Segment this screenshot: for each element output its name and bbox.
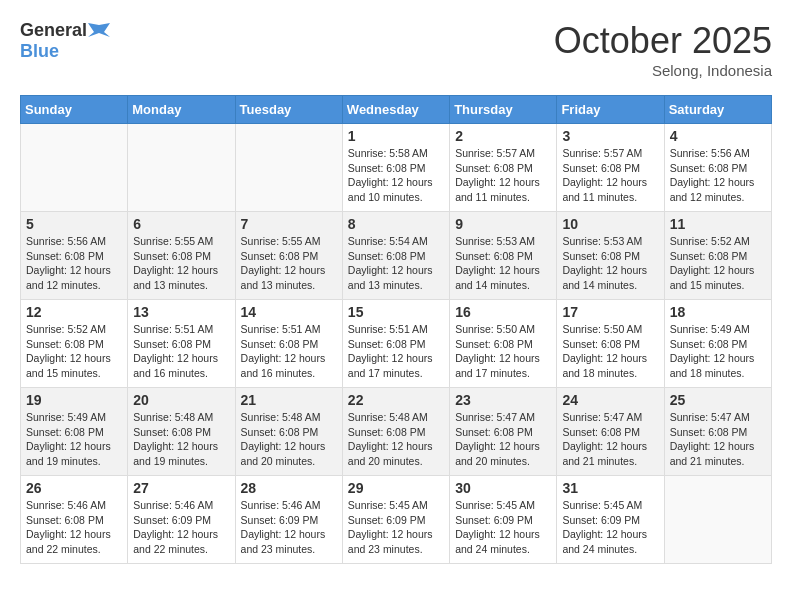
calendar-cell: 19Sunrise: 5:49 AM Sunset: 6:08 PM Dayli… [21, 388, 128, 476]
day-number: 27 [133, 480, 229, 496]
day-info: Sunrise: 5:52 AM Sunset: 6:08 PM Dayligh… [670, 234, 766, 293]
logo: General Blue [20, 20, 111, 62]
day-number: 22 [348, 392, 444, 408]
day-number: 30 [455, 480, 551, 496]
day-number: 12 [26, 304, 122, 320]
day-info: Sunrise: 5:47 AM Sunset: 6:08 PM Dayligh… [562, 410, 658, 469]
day-info: Sunrise: 5:54 AM Sunset: 6:08 PM Dayligh… [348, 234, 444, 293]
day-number: 24 [562, 392, 658, 408]
calendar-week-3: 12Sunrise: 5:52 AM Sunset: 6:08 PM Dayli… [21, 300, 772, 388]
weekday-header-wednesday: Wednesday [342, 96, 449, 124]
calendar-week-1: 1Sunrise: 5:58 AM Sunset: 6:08 PM Daylig… [21, 124, 772, 212]
calendar-cell: 17Sunrise: 5:50 AM Sunset: 6:08 PM Dayli… [557, 300, 664, 388]
calendar-cell: 30Sunrise: 5:45 AM Sunset: 6:09 PM Dayli… [450, 476, 557, 564]
day-info: Sunrise: 5:48 AM Sunset: 6:08 PM Dayligh… [348, 410, 444, 469]
day-info: Sunrise: 5:48 AM Sunset: 6:08 PM Dayligh… [241, 410, 337, 469]
day-number: 6 [133, 216, 229, 232]
logo-bird-icon [88, 23, 110, 41]
day-number: 7 [241, 216, 337, 232]
day-number: 15 [348, 304, 444, 320]
day-info: Sunrise: 5:45 AM Sunset: 6:09 PM Dayligh… [455, 498, 551, 557]
calendar-cell: 5Sunrise: 5:56 AM Sunset: 6:08 PM Daylig… [21, 212, 128, 300]
day-number: 18 [670, 304, 766, 320]
logo-blue: Blue [20, 41, 59, 61]
calendar-cell [128, 124, 235, 212]
day-info: Sunrise: 5:55 AM Sunset: 6:08 PM Dayligh… [241, 234, 337, 293]
day-info: Sunrise: 5:46 AM Sunset: 6:09 PM Dayligh… [133, 498, 229, 557]
svg-marker-0 [88, 23, 110, 37]
day-number: 1 [348, 128, 444, 144]
day-number: 2 [455, 128, 551, 144]
calendar-cell: 24Sunrise: 5:47 AM Sunset: 6:08 PM Dayli… [557, 388, 664, 476]
calendar-cell [664, 476, 771, 564]
logo-general: General [20, 20, 87, 40]
weekday-header-friday: Friday [557, 96, 664, 124]
day-number: 23 [455, 392, 551, 408]
calendar-week-4: 19Sunrise: 5:49 AM Sunset: 6:08 PM Dayli… [21, 388, 772, 476]
calendar-cell: 20Sunrise: 5:48 AM Sunset: 6:08 PM Dayli… [128, 388, 235, 476]
day-info: Sunrise: 5:53 AM Sunset: 6:08 PM Dayligh… [562, 234, 658, 293]
day-number: 25 [670, 392, 766, 408]
calendar-cell: 25Sunrise: 5:47 AM Sunset: 6:08 PM Dayli… [664, 388, 771, 476]
day-number: 8 [348, 216, 444, 232]
weekday-header-monday: Monday [128, 96, 235, 124]
day-number: 31 [562, 480, 658, 496]
calendar-cell: 2Sunrise: 5:57 AM Sunset: 6:08 PM Daylig… [450, 124, 557, 212]
day-info: Sunrise: 5:56 AM Sunset: 6:08 PM Dayligh… [670, 146, 766, 205]
day-info: Sunrise: 5:57 AM Sunset: 6:08 PM Dayligh… [562, 146, 658, 205]
calendar-table: SundayMondayTuesdayWednesdayThursdayFrid… [20, 95, 772, 564]
calendar-cell [21, 124, 128, 212]
calendar-cell: 15Sunrise: 5:51 AM Sunset: 6:08 PM Dayli… [342, 300, 449, 388]
calendar-cell: 29Sunrise: 5:45 AM Sunset: 6:09 PM Dayli… [342, 476, 449, 564]
day-info: Sunrise: 5:53 AM Sunset: 6:08 PM Dayligh… [455, 234, 551, 293]
calendar-cell: 16Sunrise: 5:50 AM Sunset: 6:08 PM Dayli… [450, 300, 557, 388]
calendar-cell: 23Sunrise: 5:47 AM Sunset: 6:08 PM Dayli… [450, 388, 557, 476]
calendar-cell: 28Sunrise: 5:46 AM Sunset: 6:09 PM Dayli… [235, 476, 342, 564]
calendar-cell: 8Sunrise: 5:54 AM Sunset: 6:08 PM Daylig… [342, 212, 449, 300]
calendar-cell: 14Sunrise: 5:51 AM Sunset: 6:08 PM Dayli… [235, 300, 342, 388]
day-info: Sunrise: 5:50 AM Sunset: 6:08 PM Dayligh… [455, 322, 551, 381]
day-number: 21 [241, 392, 337, 408]
calendar-cell: 13Sunrise: 5:51 AM Sunset: 6:08 PM Dayli… [128, 300, 235, 388]
day-info: Sunrise: 5:51 AM Sunset: 6:08 PM Dayligh… [348, 322, 444, 381]
day-info: Sunrise: 5:47 AM Sunset: 6:08 PM Dayligh… [670, 410, 766, 469]
weekday-header-saturday: Saturday [664, 96, 771, 124]
calendar-cell: 22Sunrise: 5:48 AM Sunset: 6:08 PM Dayli… [342, 388, 449, 476]
weekday-header-tuesday: Tuesday [235, 96, 342, 124]
day-info: Sunrise: 5:47 AM Sunset: 6:08 PM Dayligh… [455, 410, 551, 469]
day-number: 14 [241, 304, 337, 320]
day-info: Sunrise: 5:52 AM Sunset: 6:08 PM Dayligh… [26, 322, 122, 381]
day-number: 10 [562, 216, 658, 232]
calendar-cell: 12Sunrise: 5:52 AM Sunset: 6:08 PM Dayli… [21, 300, 128, 388]
day-number: 28 [241, 480, 337, 496]
calendar-cell: 1Sunrise: 5:58 AM Sunset: 6:08 PM Daylig… [342, 124, 449, 212]
calendar-cell: 26Sunrise: 5:46 AM Sunset: 6:08 PM Dayli… [21, 476, 128, 564]
day-info: Sunrise: 5:48 AM Sunset: 6:08 PM Dayligh… [133, 410, 229, 469]
month-title: October 2025 [554, 20, 772, 62]
calendar-cell: 31Sunrise: 5:45 AM Sunset: 6:09 PM Dayli… [557, 476, 664, 564]
day-info: Sunrise: 5:55 AM Sunset: 6:08 PM Dayligh… [133, 234, 229, 293]
weekday-header-thursday: Thursday [450, 96, 557, 124]
calendar-week-2: 5Sunrise: 5:56 AM Sunset: 6:08 PM Daylig… [21, 212, 772, 300]
weekday-header-row: SundayMondayTuesdayWednesdayThursdayFrid… [21, 96, 772, 124]
day-number: 3 [562, 128, 658, 144]
day-info: Sunrise: 5:51 AM Sunset: 6:08 PM Dayligh… [241, 322, 337, 381]
calendar-cell: 6Sunrise: 5:55 AM Sunset: 6:08 PM Daylig… [128, 212, 235, 300]
day-info: Sunrise: 5:51 AM Sunset: 6:08 PM Dayligh… [133, 322, 229, 381]
calendar-cell: 4Sunrise: 5:56 AM Sunset: 6:08 PM Daylig… [664, 124, 771, 212]
page-header: General Blue October 2025 Selong, Indone… [20, 20, 772, 79]
day-info: Sunrise: 5:58 AM Sunset: 6:08 PM Dayligh… [348, 146, 444, 205]
calendar-cell: 9Sunrise: 5:53 AM Sunset: 6:08 PM Daylig… [450, 212, 557, 300]
day-info: Sunrise: 5:57 AM Sunset: 6:08 PM Dayligh… [455, 146, 551, 205]
title-block: October 2025 Selong, Indonesia [554, 20, 772, 79]
day-number: 9 [455, 216, 551, 232]
calendar-cell: 11Sunrise: 5:52 AM Sunset: 6:08 PM Dayli… [664, 212, 771, 300]
day-number: 19 [26, 392, 122, 408]
day-info: Sunrise: 5:45 AM Sunset: 6:09 PM Dayligh… [562, 498, 658, 557]
calendar-week-5: 26Sunrise: 5:46 AM Sunset: 6:08 PM Dayli… [21, 476, 772, 564]
calendar-cell: 3Sunrise: 5:57 AM Sunset: 6:08 PM Daylig… [557, 124, 664, 212]
day-number: 17 [562, 304, 658, 320]
calendar-cell: 7Sunrise: 5:55 AM Sunset: 6:08 PM Daylig… [235, 212, 342, 300]
day-info: Sunrise: 5:49 AM Sunset: 6:08 PM Dayligh… [670, 322, 766, 381]
day-info: Sunrise: 5:46 AM Sunset: 6:09 PM Dayligh… [241, 498, 337, 557]
